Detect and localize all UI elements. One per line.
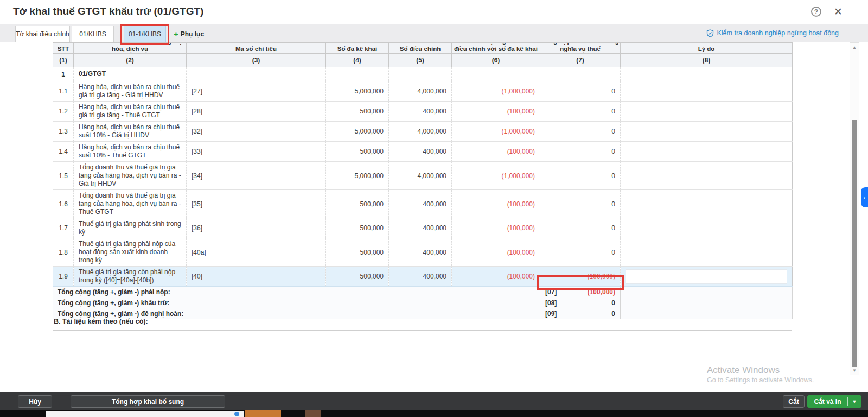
page-title: Tờ khai thuế GTGT khấu trừ (01/GTGT) (13, 5, 203, 17)
table-row: 1.5 Tổng doanh thu và thuế giá trị gia t… (53, 162, 793, 190)
taskbar-app-icon[interactable] (305, 410, 321, 417)
table-header: STT Tên chỉ tiêu điều chỉnh của từng loạ… (53, 43, 793, 67)
col-number: (3) (187, 54, 326, 67)
table-totals: Tổng cộng (tăng +, giảm -) phải nộp: [07… (53, 287, 793, 319)
table-row: 1.9 Thuế giá trị gia tăng còn phải nộp t… (53, 267, 793, 287)
col-number: (4) (326, 54, 389, 67)
total-row: Tổng cộng (tăng +, giảm -) khấu trừ: [08… (53, 298, 793, 308)
tab-01-1-khbs[interactable]: 01-1/KHBS (124, 26, 166, 42)
col-number: (6) (452, 54, 540, 67)
table-row: 1.7 Thuế giá trị gia tăng phát sinh tron… (53, 218, 793, 238)
check-link-label: Kiểm tra doanh nghiệp ngừng hoạt động (717, 29, 839, 37)
col-number: (5) (389, 54, 452, 67)
taskbar-search-box[interactable] (46, 411, 244, 417)
adjustment-table: STT Tên chỉ tiêu điều chỉnh của từng loạ… (53, 42, 793, 319)
tab-to-khai-dieu-chinh[interactable]: Tờ khai điều chỉnh (15, 26, 70, 42)
header-tax-duty: Tổng hợp điều chỉnh tăng/giảm nghĩa vụ t… (540, 43, 621, 54)
add-phu-luc-label: Phụ lục (181, 30, 204, 38)
total-row: Tổng cộng (tăng +, giảm -) đề nghị hoàn:… (53, 308, 793, 319)
side-panel-toggle[interactable]: ‹ (861, 187, 868, 207)
reason-input[interactable] (626, 269, 787, 284)
header-adjusted: Số điều chỉnh (389, 43, 452, 54)
tax-declaration-modal: Tờ khai thuế GTGT khấu trừ (01/GTGT) ? ✕… (0, 0, 868, 417)
taskbar-app-icon[interactable] (245, 410, 281, 417)
table-row: 1 01/GTGT (53, 67, 793, 81)
header-goods: Tên chỉ tiêu điều chỉnh của từng loại hà… (74, 43, 187, 54)
help-icon[interactable]: ? (811, 7, 821, 17)
col-number: (8) (621, 54, 793, 67)
total-row: Tổng cộng (tăng +, giảm -) phải nộp: [07… (53, 287, 793, 298)
header-declared: Số đã kê khai (326, 43, 389, 54)
section-b-label: B. Tài liệu kèm theo (nếu có): (54, 318, 148, 325)
cut-and-print-label: Cắt và In (808, 398, 847, 406)
attachments-box[interactable] (53, 330, 792, 355)
close-icon[interactable]: ✕ (832, 4, 845, 18)
scroll-down-icon[interactable]: ▼ (850, 367, 859, 374)
activate-windows-watermark: Activate Windows (707, 365, 780, 376)
table-row: 1.8 Thuế giá trị gia tăng phải nộp của h… (53, 238, 793, 267)
activate-windows-watermark-sub: Go to Settings to activate Windows. (707, 376, 814, 384)
header-reason: Lý do (621, 43, 793, 54)
table-row: 1.3 Hàng hoá, dịch vụ bán ra chịu thuế s… (53, 122, 793, 142)
tab-01-khbs[interactable]: 01/KHBS (72, 26, 114, 42)
header-code: Mã số chỉ tiêu (187, 43, 326, 54)
col-number: (7) (540, 54, 621, 67)
table-row: 1.1 Hàng hóa, dịch vụ bán ra chịu thuế g… (53, 81, 793, 102)
check-business-suspended-link[interactable]: Kiểm tra doanh nghiệp ngừng hoạt động (706, 24, 839, 42)
windows-taskbar-sliver (0, 410, 868, 417)
add-phu-luc-button[interactable]: + Phụ lục (174, 26, 204, 42)
footer-bar: Hủy Tổng hợp khai bổ sung Cắt Cắt và In … (0, 392, 868, 410)
cut-and-print-button[interactable]: Cắt và In ▼ (807, 395, 861, 408)
table-body: 1 01/GTGT 1.1 Hàng hóa, dịch vụ bán ra c… (53, 67, 793, 287)
title-bar: Tờ khai thuế GTGT khấu trừ (01/GTGT) ? ✕ (0, 0, 868, 24)
taskbar-app-icon[interactable] (234, 412, 239, 416)
header-stt: STT (53, 43, 74, 54)
col-number: (1) (53, 54, 74, 67)
cut-button[interactable]: Cắt (783, 395, 805, 408)
col-number: (2) (74, 54, 187, 67)
cancel-button[interactable]: Hủy (18, 395, 52, 408)
scroll-up-icon[interactable]: ▲ (850, 43, 859, 51)
caret-down-icon[interactable]: ▼ (848, 399, 861, 405)
header-difference: Chênh lệch giữa số điều chỉnh với số đã … (452, 43, 540, 54)
aggregate-supplement-button[interactable]: Tổng hợp khai bổ sung (71, 395, 225, 408)
vertical-scrollbar[interactable]: ▲ ▼ (850, 42, 859, 375)
plus-icon: + (174, 29, 178, 39)
shield-check-icon (706, 29, 714, 37)
tab-bar: Tờ khai điều chỉnh 01/KHBS 01-1/KHBS + P… (0, 24, 868, 42)
table-row: 1.2 Hàng hóa, dịch vụ bán ra chịu thuế g… (53, 102, 793, 122)
table-row: 1.6 Tổng doanh thu và thuế giá trị gia t… (53, 190, 793, 218)
chevron-left-icon: ‹ (864, 194, 866, 201)
table-row: 1.4 Hàng hoá, dịch vụ bán ra chịu thuế s… (53, 142, 793, 162)
scrollbar-thumb[interactable] (852, 120, 857, 367)
